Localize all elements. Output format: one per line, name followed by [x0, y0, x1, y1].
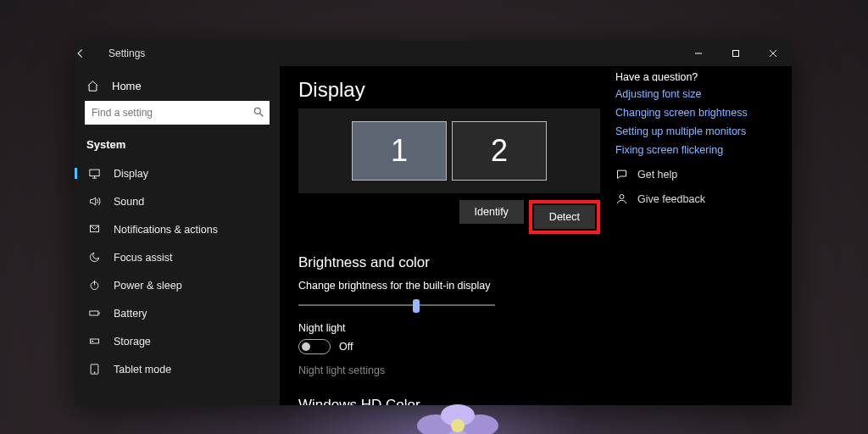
help-link[interactable]: Changing screen brightness: [615, 107, 785, 119]
nightlight-toggle[interactable]: [298, 339, 331, 354]
chat-icon: [615, 168, 629, 181]
focus-assist-icon: [86, 251, 102, 264]
help-link[interactable]: Setting up multiple monitors: [615, 125, 785, 137]
help-link[interactable]: Fixing screen flickering: [615, 144, 785, 156]
settings-window: Settings Home: [75, 41, 792, 405]
nightlight-label: Night light: [298, 322, 761, 334]
home-icon: [86, 80, 102, 92]
sidebar-nav: Display Sound Notifications & actions Fo…: [75, 159, 280, 383]
display-arrangement[interactable]: 1 2: [298, 108, 600, 193]
tablet-icon: [86, 363, 102, 376]
notifications-icon: [86, 223, 102, 236]
svg-point-8: [92, 341, 92, 342]
nightlight-state: Off: [339, 341, 353, 353]
search-icon: [253, 106, 264, 118]
sidebar-item-label: Tablet mode: [114, 364, 171, 376]
sidebar-item-label: Sound: [114, 196, 144, 208]
window-title: Settings: [108, 47, 145, 59]
sidebar-item-battery[interactable]: Battery: [75, 299, 280, 327]
give-feedback-link[interactable]: Give feedback: [615, 192, 785, 205]
titlebar: Settings: [75, 41, 792, 66]
sidebar-item-label: Focus assist: [114, 252, 172, 264]
help-panel: Have a question? Adjusting font size Cha…: [615, 66, 785, 205]
search-box: [85, 101, 270, 125]
get-help-link[interactable]: Get help: [615, 168, 785, 181]
svg-point-12: [437, 419, 478, 434]
sidebar-item-focus-assist[interactable]: Focus assist: [75, 243, 280, 271]
sidebar-item-power-sleep[interactable]: Power & sleep: [75, 271, 280, 299]
sidebar-home[interactable]: Home: [75, 73, 280, 101]
detect-button[interactable]: Detect: [534, 205, 595, 229]
svg-point-15: [441, 404, 475, 426]
sidebar-section-label: System: [75, 135, 280, 159]
maximize-button[interactable]: [717, 41, 754, 66]
sidebar-item-label: Notifications & actions: [114, 224, 218, 236]
content-area: Display 1 2 Identify Detect Brightness a…: [280, 66, 792, 405]
detect-highlight: Detect: [529, 200, 600, 234]
display-icon: [86, 167, 102, 180]
sidebar: Home System Display Sound: [75, 66, 280, 405]
search-input[interactable]: [85, 101, 270, 125]
svg-point-2: [254, 108, 260, 114]
sidebar-item-label: Storage: [114, 336, 151, 348]
feedback-icon: [615, 192, 629, 205]
help-link[interactable]: Adjusting font size: [615, 88, 785, 100]
sidebar-item-sound[interactable]: Sound: [75, 187, 280, 215]
svg-point-10: [94, 372, 95, 373]
hdcolor-section-header: Windows HD Color: [298, 397, 761, 405]
brightness-slider[interactable]: [298, 297, 495, 314]
get-help-label: Get help: [637, 169, 677, 181]
brightness-label: Change brightness for the built-in displ…: [298, 280, 761, 292]
battery-icon: [86, 307, 102, 320]
svg-rect-3: [89, 170, 98, 176]
monitor-2[interactable]: 2: [452, 121, 547, 181]
give-feedback-label: Give feedback: [637, 193, 705, 205]
sidebar-item-label: Power & sleep: [114, 280, 182, 292]
brightness-section-header: Brightness and color: [298, 254, 761, 271]
sidebar-home-label: Home: [112, 80, 142, 92]
svg-rect-1: [733, 51, 739, 57]
power-icon: [86, 279, 102, 292]
svg-point-11: [620, 195, 624, 199]
svg-point-14: [461, 415, 498, 434]
sidebar-item-label: Display: [114, 168, 148, 180]
sound-icon: [86, 195, 102, 208]
sidebar-item-storage[interactable]: Storage: [75, 327, 280, 355]
identify-button[interactable]: Identify: [459, 200, 524, 224]
sidebar-item-notifications[interactable]: Notifications & actions: [75, 215, 280, 243]
sidebar-item-label: Battery: [114, 308, 147, 320]
sidebar-item-tablet-mode[interactable]: Tablet mode: [75, 355, 280, 383]
minimize-button[interactable]: [680, 41, 717, 66]
storage-icon: [86, 335, 102, 348]
nightlight-settings-link[interactable]: Night light settings: [298, 364, 761, 376]
close-button[interactable]: [754, 41, 792, 66]
sidebar-item-display[interactable]: Display: [75, 159, 280, 187]
svg-point-13: [417, 415, 454, 434]
svg-point-16: [451, 419, 465, 432]
svg-rect-6: [89, 311, 97, 315]
monitor-1[interactable]: 1: [352, 121, 447, 181]
have-question-header: Have a question?: [615, 71, 785, 81]
back-button[interactable]: [75, 47, 108, 59]
